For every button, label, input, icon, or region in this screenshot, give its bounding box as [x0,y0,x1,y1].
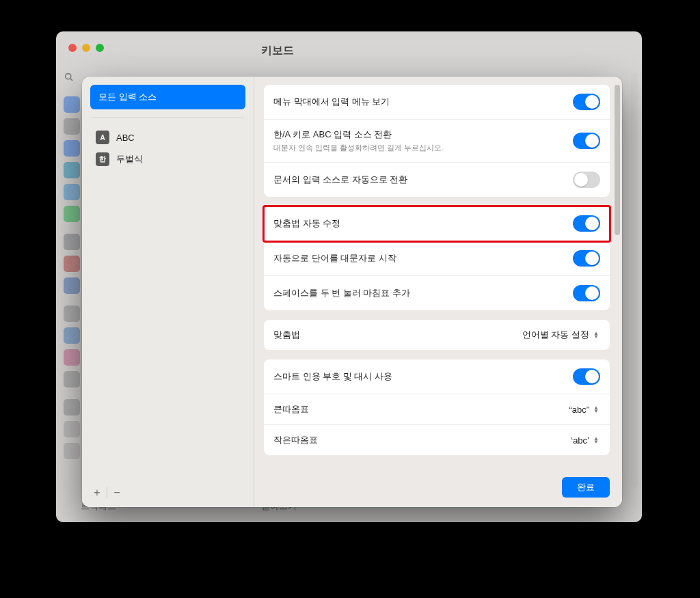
select-value: 언어별 자동 설정 [522,329,589,341]
sheet-footer: 완료 [254,470,622,507]
svg-point-0 [66,74,71,79]
sidebar-spacer [64,228,80,228]
settings-scroll-area[interactable]: 메뉴 막대에서 입력 메뉴 보기 한/A 키로 ABC 입력 소스 전환 대문자… [254,77,622,470]
zoom-icon[interactable] [96,44,104,52]
sidebar-item-internet-icon[interactable] [64,327,80,344]
search-icon[interactable] [64,72,72,81]
sidebar-spacer-2 [64,299,80,300]
row-label: 작은따옴표 [273,434,318,446]
select-value: ‘abc’ [571,435,589,446]
input-sources-header[interactable]: 모든 입력 소스 [90,85,245,109]
row-auto-switch: 문서의 입력 소스로 자동으로 전환 [264,163,610,197]
bg-scrollbar[interactable] [631,72,638,488]
source-list-footer: + − [89,485,125,500]
add-source-button[interactable]: + [89,485,105,500]
sidebar-item-keyboard-icon[interactable] [64,399,80,416]
bg-sidebar [60,96,83,459]
sidebar-item-gamecenter-icon[interactable] [64,162,80,178]
close-icon[interactable] [68,44,77,52]
keyboard-han-icon: 한 [96,152,109,166]
divider [107,487,107,498]
toggle-double-space-period[interactable] [573,285,600,301]
scrollbar-thumb[interactable] [615,85,620,235]
sidebar-spacer-3 [64,393,80,394]
row-spelling-select: 맞춤법 언어별 자동 설정 [264,320,610,350]
row-label: 문서의 입력 소스로 자동으로 전환 [273,174,407,186]
settings-group-4: 스마트 인용 부호 및 대시 사용 큰따옴표 “abc” 작은따옴표 ‘abc’ [264,359,610,455]
svg-line-1 [70,79,72,81]
settings-group-3: 맞춤법 언어별 자동 설정 [264,320,610,350]
sidebar-item-lock-icon[interactable] [64,234,80,250]
row-sublabel: 대문자 연속 입력을 활성화하려면 길게 누르십시오. [273,143,444,153]
input-source-label: ABC [116,133,135,143]
row-double-quotes-select: 큰따옴표 “abc” [264,394,610,425]
row-label: 스마트 인용 부호 및 대시 사용 [273,370,392,383]
sidebar-item-passwords-icon[interactable] [64,305,80,322]
row-spell-correct: 맞춤법 자동 수정 [264,206,610,241]
row-label: 한/A 키로 ABC 입력 소스 전환 [273,128,444,141]
select-value: “abc” [569,405,589,415]
divider [92,118,244,118]
row-single-quotes-select: 작은따옴표 ‘abc’ [264,425,610,455]
sidebar-item-wallet-icon[interactable] [64,349,80,366]
row-label: 메뉴 막대에서 입력 메뉴 보기 [273,96,390,108]
done-button[interactable]: 완료 [562,477,610,498]
toggle-smart-quotes[interactable] [573,368,600,385]
sidebar-item-general-icon[interactable] [64,371,80,388]
bg-window-title: 키보드 [261,44,294,58]
sidebar-item-clock-icon[interactable] [64,184,80,200]
settings-group-2: 맞춤법 자동 수정 자동으로 단어를 대문자로 시작 스페이스를 두 번 눌러 … [264,206,610,310]
row-auto-capitalize: 자동으로 단어를 대문자로 시작 [264,241,610,276]
sidebar-item-control-center-icon[interactable] [64,118,80,135]
sidebar-item-touchid-icon[interactable] [64,256,80,272]
input-source-dubeolsik[interactable]: 한 두벌식 [90,148,245,170]
sidebar-item-mouse-icon[interactable] [64,421,80,437]
row-double-space-period: 스페이스를 두 번 눌러 마침표 추가 [264,276,610,310]
window-traffic-lights[interactable] [56,31,642,52]
row-label: 맞춤법 자동 수정 [273,217,340,230]
settings-group-1: 메뉴 막대에서 입력 메뉴 보기 한/A 키로 ABC 입력 소스 전환 대문자… [264,85,610,197]
sidebar-item-battery-icon[interactable] [64,206,80,222]
input-sources-sheet: 모든 입력 소스 A ABC 한 두벌식 + − 메뉴 막대에서 입력 메뉴 보… [82,77,622,507]
input-source-label: 두벌식 [116,153,143,165]
row-label: 큰따옴표 [273,403,309,416]
toggle-auto-capitalize[interactable] [573,250,600,267]
select-spelling[interactable]: 언어별 자동 설정 [522,329,600,341]
keyboard-a-icon: A [96,131,109,144]
updown-icon [592,331,600,338]
sidebar-item-trackpad-icon[interactable] [64,443,80,459]
updown-icon [592,406,600,413]
settings-scrollbar[interactable] [615,85,620,469]
row-smart-quotes: 스마트 인용 부호 및 대시 사용 [264,359,610,394]
row-label: 맞춤법 [273,329,300,341]
row-label: 스페이스를 두 번 눌러 마침표 추가 [273,287,410,299]
row-show-input-menu: 메뉴 막대에서 입력 메뉴 보기 [264,85,610,120]
input-source-abc[interactable]: A ABC [90,126,245,148]
input-source-settings-panel: 메뉴 막대에서 입력 메뉴 보기 한/A 키로 ABC 입력 소스 전환 대문자… [254,77,622,507]
select-double-quotes[interactable]: “abc” [569,405,600,415]
select-single-quotes[interactable]: ‘abc’ [571,435,600,446]
toggle-auto-switch[interactable] [573,172,600,188]
updown-icon [592,437,600,444]
toggle-spell-correct[interactable] [573,215,600,232]
sidebar-item-accessibility-icon[interactable] [64,96,80,113]
row-label: 자동으로 단어를 대문자로 시작 [273,252,396,264]
sidebar-item-siri-icon[interactable] [64,140,80,157]
toggle-han-a-key[interactable] [573,133,600,149]
row-han-a-key: 한/A 키로 ABC 입력 소스 전환 대문자 연속 입력을 활성화하려면 길게… [264,120,610,163]
input-sources-sidebar: 모든 입력 소스 A ABC 한 두벌식 + − [82,77,254,507]
remove-source-button[interactable]: − [109,485,125,500]
minimize-icon[interactable] [82,44,90,52]
sidebar-item-users-icon[interactable] [64,277,80,294]
toggle-show-input-menu[interactable] [573,94,600,110]
